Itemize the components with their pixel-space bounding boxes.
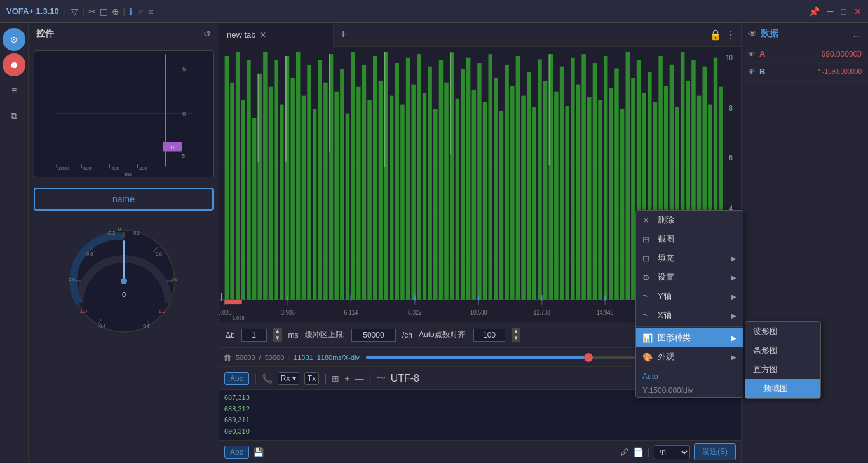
send-button[interactable]: 发送(S) (694, 443, 736, 460)
delta-t-up[interactable]: ▲ (273, 328, 282, 335)
newline-select[interactable]: \n \r\n none (654, 445, 690, 459)
minus-icon[interactable]: — (355, 373, 364, 384)
svg-rect-117 (587, 97, 591, 300)
svg-rect-86 (417, 54, 421, 300)
sidebar-item-home[interactable]: ⊙ (3, 28, 25, 51)
svg-rect-121 (609, 88, 613, 300)
name-widget[interactable]: name (34, 188, 214, 211)
ctx-settings[interactable]: ⚙ 设置 ▶ (636, 268, 743, 287)
ctx-fill-icon: ⊡ (642, 254, 653, 263)
ctx-auto: Auto (636, 370, 743, 384)
tab-more-button[interactable]: ⋮ (726, 29, 736, 41)
down-arrow-icon[interactable]: ▽ (71, 6, 78, 17)
progress-pos2: 1180ms/X-div (317, 354, 360, 361)
svg-text:0.6: 0.6 (172, 277, 178, 282)
submenu-histogram[interactable]: 直方图 (745, 360, 820, 379)
delete-icon[interactable]: 🗑 (223, 352, 232, 363)
record-icon: ⏺ (10, 60, 18, 70)
svg-rect-91 (444, 83, 448, 300)
ctx-yaxis[interactable]: 〜 Y轴 ▶ (636, 287, 743, 306)
ctx-xaxis[interactable]: 〜 X轴 ▶ (636, 306, 743, 325)
svg-rect-124 (626, 52, 630, 300)
ctx-fill[interactable]: ⊡ 填充 ▶ (636, 249, 743, 268)
tx-button[interactable]: Tx (304, 372, 319, 385)
send-abc-button[interactable]: Abc (224, 446, 249, 459)
buffer-input[interactable] (351, 329, 396, 342)
ctx-chart-type[interactable]: 📊 图形种类 ▶ (636, 328, 743, 347)
delta-t-down[interactable]: ▼ (273, 335, 282, 342)
phone-icon[interactable]: 📞 (262, 373, 273, 384)
right-panel-more-button[interactable]: … (853, 29, 862, 39)
svg-rect-101 (499, 111, 503, 300)
svg-rect-102 (505, 65, 508, 300)
ctx-yaxis-label: Y轴 (658, 291, 726, 302)
svg-rect-64 (296, 52, 300, 300)
auto-down[interactable]: ▼ (512, 335, 520, 342)
sidebar-item-layers[interactable]: ⧉ (3, 104, 25, 127)
encoding-label: UTF-8 (391, 373, 419, 384)
layout-icon[interactable]: ◫ (100, 6, 108, 17)
ctx-xaxis-arrow: ▶ (731, 312, 736, 319)
auto-input[interactable] (473, 329, 505, 342)
close-button[interactable]: ✕ (854, 6, 862, 17)
align-icon[interactable]: ⊞ (332, 373, 339, 384)
delta-t-input[interactable] (241, 329, 267, 342)
delta-t-spinner[interactable]: ▲ ▼ (273, 328, 282, 342)
maximize-button[interactable]: □ (841, 6, 846, 17)
svg-rect-56 (252, 118, 256, 300)
submenu-waveform[interactable]: 波形图 (745, 322, 820, 341)
svg-text:[: [ (220, 292, 222, 302)
paint-icon[interactable]: 🖊 (620, 447, 629, 457)
svg-rect-95 (466, 58, 470, 300)
pin-button[interactable]: 📌 (809, 6, 820, 17)
channel-b-eye[interactable]: 👁 (748, 67, 756, 76)
wave-icon[interactable]: 〜 (377, 373, 386, 384)
serial-divider2: | (324, 373, 327, 384)
svg-rect-88 (428, 67, 431, 300)
doc-icon[interactable]: 📄 (633, 447, 644, 457)
minimize-button[interactable]: ─ (827, 6, 834, 17)
tab-lock-button[interactable]: 🔒 (709, 29, 722, 41)
svg-text:-1.0: -1.0 (78, 308, 87, 314)
target-icon[interactable]: ⊕ (112, 6, 119, 17)
svg-text:1.698: 1.698 (233, 314, 245, 321)
svg-text:-0.8: -0.8 (85, 252, 92, 256)
plus-icon[interactable]: + (344, 373, 349, 384)
ctx-screenshot[interactable]: ⊞ 截图 (636, 230, 743, 249)
auto-up[interactable]: ▲ (512, 328, 520, 335)
svg-rect-103 (510, 86, 514, 300)
svg-rect-82 (395, 63, 399, 300)
submenu-spectrum[interactable]: 频域图 (745, 379, 820, 398)
finger-icon[interactable]: ☞ (136, 6, 144, 17)
svg-rect-111 (554, 92, 558, 300)
svg-rect-51 (225, 56, 229, 300)
back-icon[interactable]: « (148, 6, 153, 17)
rx-dropdown[interactable]: Rx ▾ (278, 372, 299, 385)
channel-a-eye[interactable]: 👁 (748, 50, 756, 59)
info-icon[interactable]: ℹ (129, 6, 132, 17)
tab-close-button[interactable]: ✕ (260, 31, 266, 39)
scissors-icon[interactable]: ✂ (88, 6, 96, 17)
auto-spinner[interactable]: ▲ ▼ (512, 328, 520, 342)
ctx-appearance-arrow: ▶ (731, 354, 736, 361)
svg-text:0: 0 (182, 110, 186, 117)
svg-rect-60 (274, 60, 278, 300)
ctx-delete[interactable]: ✕ 删除 (636, 211, 743, 230)
refresh-button[interactable]: ↺ (203, 29, 211, 39)
submenu-bar[interactable]: 条形图 (745, 341, 820, 360)
sidebar-item-menu[interactable]: ≡ (3, 79, 25, 102)
divider2: | (82, 6, 84, 16)
sidebar-item-record[interactable]: ⏺ (3, 53, 25, 76)
svg-rect-71 (334, 92, 338, 300)
svg-rect-143 (285, 56, 287, 162)
active-tab[interactable]: new tab ✕ (219, 23, 334, 47)
abc-button[interactable]: Abc (224, 372, 249, 385)
app-title: VOFA+ 1.3.10 (6, 6, 59, 16)
tab-add-button[interactable]: + (334, 28, 353, 41)
svg-text:6: 6 (729, 153, 733, 162)
save-icon[interactable]: 💾 (253, 447, 264, 457)
tab-actions: 🔒 ⋮ (704, 29, 741, 41)
svg-rect-114 (571, 58, 574, 300)
ctx-appearance[interactable]: 🎨 外观 ▶ (636, 347, 743, 366)
svg-rect-73 (346, 114, 349, 300)
